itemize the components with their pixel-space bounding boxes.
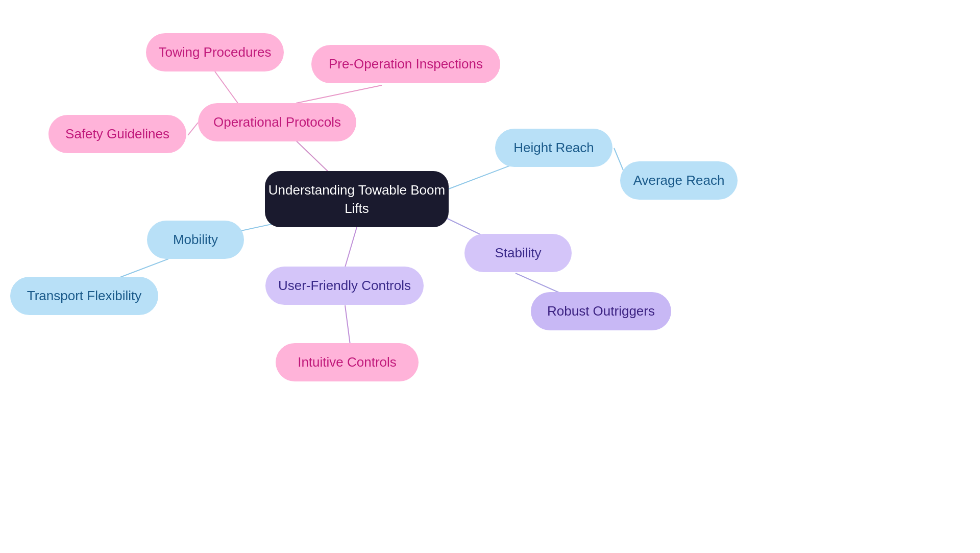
stability-label: Stability: [495, 245, 541, 261]
user-friendly-controls-label: User-Friendly Controls: [278, 278, 411, 294]
towing-procedures-node: Towing Procedures: [146, 33, 284, 71]
robust-outriggers-node: Robust Outriggers: [531, 292, 671, 330]
stability-node: Stability: [464, 234, 572, 272]
svg-line-11: [345, 305, 350, 345]
svg-line-9: [516, 273, 561, 294]
height-reach-label: Height Reach: [513, 140, 594, 156]
safety-guidelines-node: Safety Guidelines: [48, 115, 186, 153]
average-reach-label: Average Reach: [633, 173, 725, 188]
operational-protocols-label: Operational Protocols: [213, 114, 341, 130]
intuitive-controls-label: Intuitive Controls: [298, 354, 397, 370]
operational-protocols-node: Operational Protocols: [198, 103, 356, 141]
transport-flexibility-node: Transport Flexibility: [10, 277, 158, 315]
center-label: Understanding Towable Boom Lifts: [268, 181, 445, 218]
svg-line-3: [188, 123, 198, 135]
svg-line-10: [345, 227, 357, 267]
svg-line-1: [215, 71, 238, 103]
svg-line-2: [296, 85, 382, 103]
transport-flexibility-label: Transport Flexibility: [27, 288, 141, 304]
svg-line-7: [117, 259, 168, 278]
robust-outriggers-label: Robust Outriggers: [547, 303, 655, 319]
towing-procedures-label: Towing Procedures: [158, 44, 271, 60]
pre-operation-label: Pre-Operation Inspections: [329, 56, 483, 72]
mobility-label: Mobility: [173, 232, 218, 248]
mobility-node: Mobility: [147, 221, 244, 259]
pre-operation-node: Pre-Operation Inspections: [311, 45, 500, 83]
average-reach-node: Average Reach: [620, 161, 738, 200]
intuitive-controls-node: Intuitive Controls: [276, 343, 419, 381]
center-node: Understanding Towable Boom Lifts: [265, 171, 449, 227]
safety-guidelines-label: Safety Guidelines: [65, 126, 169, 142]
user-friendly-controls-node: User-Friendly Controls: [265, 267, 424, 305]
height-reach-node: Height Reach: [495, 129, 612, 167]
